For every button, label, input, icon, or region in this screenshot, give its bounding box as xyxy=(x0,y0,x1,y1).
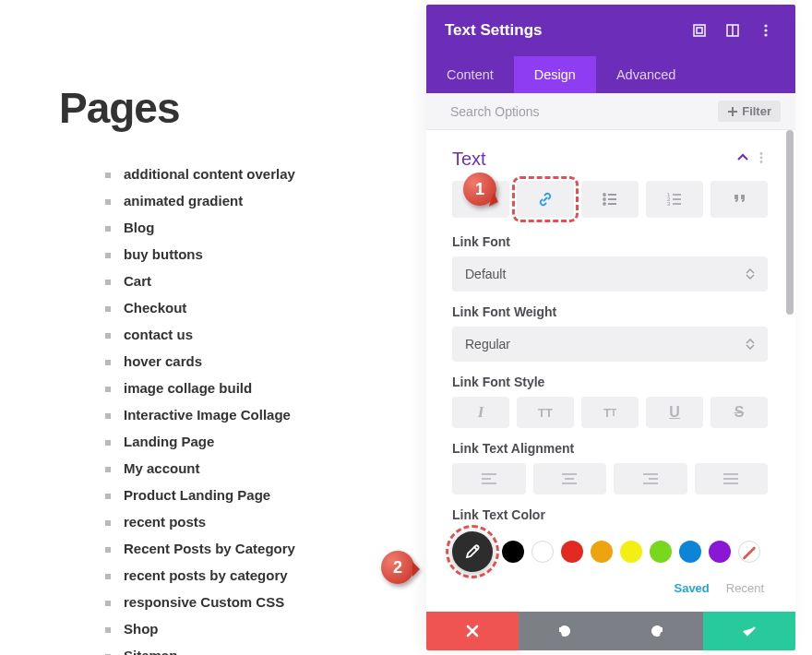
list-item[interactable]: recent posts by category xyxy=(124,562,410,589)
text-tab-link[interactable] xyxy=(517,181,574,218)
select-chevron-icon xyxy=(742,264,758,284)
align-center-button[interactable] xyxy=(533,463,607,494)
label-link-text-color: Link Text Color xyxy=(452,507,768,522)
text-tab-ul[interactable] xyxy=(581,181,639,218)
list-item[interactable]: hover cards xyxy=(124,348,410,375)
list-item[interactable]: buy buttons xyxy=(124,241,410,268)
link-font-weight-value: Regular xyxy=(465,337,510,351)
panel-footer xyxy=(426,612,795,650)
list-item[interactable]: Shop xyxy=(124,615,410,642)
list-item[interactable]: image collage build xyxy=(124,375,410,401)
list-item[interactable]: Landing Page xyxy=(124,428,410,455)
svg-rect-1 xyxy=(697,28,702,33)
saved-colors-tab[interactable]: Saved xyxy=(674,581,709,595)
recent-colors-tab[interactable]: Recent xyxy=(726,581,764,595)
list-item[interactable]: Recent Posts by Category xyxy=(124,535,410,562)
style-underline-button[interactable]: U xyxy=(646,397,703,428)
svg-point-10 xyxy=(760,156,763,159)
tab-content[interactable]: Content xyxy=(426,56,514,93)
list-item[interactable]: additional content overlay xyxy=(124,161,410,187)
filter-label: Filter xyxy=(742,104,771,118)
list-item[interactable]: contact us xyxy=(124,321,410,348)
svg-point-4 xyxy=(764,24,767,27)
more-icon[interactable] xyxy=(755,19,777,42)
style-italic-button[interactable]: I xyxy=(452,397,509,428)
collapse-icon[interactable] xyxy=(736,151,749,168)
swatch-blue[interactable] xyxy=(679,541,701,563)
swatch-none[interactable] xyxy=(738,541,760,563)
search-input[interactable]: Search Options xyxy=(450,104,540,119)
filter-button[interactable]: Filter xyxy=(718,101,781,122)
style-smallcaps-button[interactable]: TT xyxy=(581,397,639,428)
swatch-yellow[interactable] xyxy=(620,541,642,563)
discard-button[interactable] xyxy=(426,612,519,650)
svg-point-19 xyxy=(603,203,605,205)
color-picker-button[interactable] xyxy=(452,531,493,572)
list-item[interactable]: Interactive Image Collage xyxy=(124,401,410,428)
svg-rect-0 xyxy=(694,25,705,36)
dock-icon[interactable] xyxy=(722,19,744,42)
section-title[interactable]: Text xyxy=(452,149,736,170)
callout-2: 2 xyxy=(381,551,414,584)
pages-list: additional content overlay animated grad… xyxy=(59,161,410,655)
svg-text:3: 3 xyxy=(667,201,671,207)
expand-icon[interactable] xyxy=(688,19,710,42)
panel-title: Text Settings xyxy=(445,21,677,40)
tab-design[interactable]: Design xyxy=(514,56,596,93)
tab-advanced[interactable]: Advanced xyxy=(596,56,697,93)
style-strike-button[interactable]: S xyxy=(710,397,768,428)
svg-line-39 xyxy=(474,547,477,550)
panel-tabs: Content Design Advanced xyxy=(426,56,795,93)
list-item[interactable]: recent posts xyxy=(124,508,410,535)
label-link-text-alignment: Link Text Alignment xyxy=(452,441,768,456)
label-link-font-weight: Link Font Weight xyxy=(452,304,768,319)
svg-point-6 xyxy=(764,33,767,36)
save-button[interactable] xyxy=(703,612,795,650)
label-link-font: Link Font xyxy=(452,234,768,249)
list-item[interactable]: Cart xyxy=(124,268,410,294)
svg-point-17 xyxy=(603,198,605,200)
svg-point-11 xyxy=(760,161,763,163)
callout-1: 1 xyxy=(463,173,496,206)
text-settings-panel: Text Settings Content Design Advanced Se… xyxy=(426,5,795,650)
align-justify-button[interactable] xyxy=(695,463,769,494)
list-item[interactable]: animated gradient xyxy=(124,187,410,214)
link-font-value: Default xyxy=(465,267,506,281)
scrollbar[interactable] xyxy=(786,130,794,315)
link-font-weight-select[interactable]: Regular xyxy=(452,327,768,362)
text-tab-quote[interactable] xyxy=(710,181,768,218)
swatch-red[interactable] xyxy=(561,541,583,563)
swatch-black[interactable] xyxy=(502,541,524,563)
list-item[interactable]: Product Landing Page xyxy=(124,482,410,508)
select-chevron-icon xyxy=(742,334,758,354)
redo-button[interactable] xyxy=(611,612,703,650)
panel-header: Text Settings xyxy=(426,5,795,56)
list-item[interactable]: responsive Custom CSS xyxy=(124,589,410,615)
list-item[interactable]: My account xyxy=(124,455,410,482)
svg-point-15 xyxy=(603,194,605,196)
style-uppercase-button[interactable]: TT xyxy=(517,397,574,428)
align-left-button[interactable] xyxy=(452,463,526,494)
section-more-icon[interactable] xyxy=(755,151,768,168)
swatch-orange[interactable] xyxy=(591,541,613,563)
align-right-button[interactable] xyxy=(614,463,687,494)
swatch-purple[interactable] xyxy=(709,541,731,563)
search-row: Search Options Filter xyxy=(426,93,795,130)
list-item[interactable]: Blog xyxy=(124,214,410,241)
link-font-select[interactable]: Default xyxy=(452,256,768,292)
page-title: Pages xyxy=(59,83,410,133)
label-link-font-style: Link Font Style xyxy=(452,375,768,389)
text-tab-ol[interactable]: 123 xyxy=(646,181,703,218)
svg-point-5 xyxy=(764,29,767,31)
svg-point-9 xyxy=(760,152,763,155)
color-swatches xyxy=(452,531,768,572)
swatch-white[interactable] xyxy=(531,541,554,563)
undo-button[interactable] xyxy=(519,612,611,650)
list-item[interactable]: Checkout xyxy=(124,294,410,321)
list-item[interactable]: Sitemap xyxy=(124,642,410,655)
swatch-green[interactable] xyxy=(650,541,672,563)
